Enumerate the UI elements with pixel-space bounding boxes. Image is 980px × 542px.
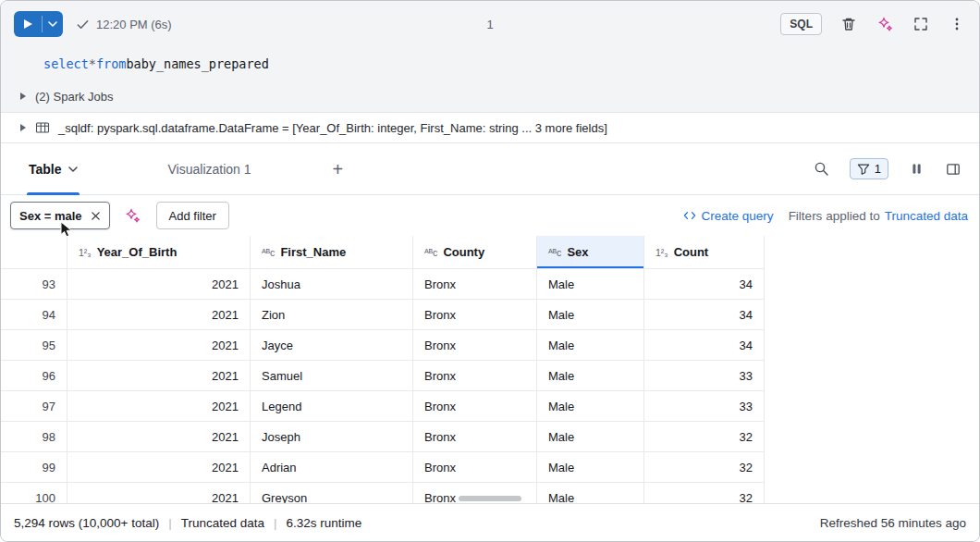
table-cell[interactable]: Zion (251, 300, 413, 330)
table-cell[interactable]: Male (537, 300, 644, 330)
row-filler (765, 361, 979, 391)
row-filler (765, 269, 979, 300)
table-cell[interactable]: 32 (644, 452, 765, 483)
search-button[interactable] (813, 160, 831, 179)
table-cell[interactable]: 33 (644, 391, 765, 422)
table-cell[interactable]: Bronx (413, 300, 537, 330)
column-header-first_name[interactable]: ᴬᴮcFirst_Name (251, 236, 413, 269)
code-brackets-icon (683, 210, 696, 221)
table-cell[interactable]: 32 (644, 422, 765, 452)
run-dropdown-button[interactable] (43, 11, 63, 37)
table-cell[interactable]: Bronx (413, 391, 537, 422)
table-cell[interactable]: Bronx (413, 361, 537, 391)
side-panel-button[interactable] (944, 160, 962, 179)
table-cell[interactable]: Joseph (251, 422, 413, 452)
search-icon (814, 161, 829, 177)
table-cell[interactable]: Jayce (251, 330, 413, 361)
column-header-label: County (443, 245, 484, 259)
play-icon[interactable] (14, 11, 42, 37)
table-cell[interactable]: 2021 (67, 391, 251, 422)
sql-editor[interactable]: select * from baby_names_prepared (1, 47, 979, 80)
row-filler (765, 422, 979, 452)
table-cell[interactable]: Male (537, 391, 644, 422)
add-filter-button[interactable]: Add filter (156, 202, 229, 229)
separator: | (274, 516, 277, 530)
filter-chip[interactable]: Sex = male (10, 202, 110, 229)
results-table: 1²₃Year_Of_BirthᴬᴮcFirst_NameᴬᴮcCountyᴬᴮ… (1, 236, 979, 503)
run-button[interactable] (14, 11, 63, 37)
add-tab-button[interactable]: + (333, 160, 344, 179)
sql-language-badge[interactable]: SQL (780, 13, 822, 35)
truncated-data-link[interactable]: Truncated data (885, 209, 968, 223)
string-type-icon: ᴬᴮc (262, 247, 275, 258)
row-filler (765, 452, 979, 483)
string-type-icon: ᴬᴮc (548, 247, 561, 258)
table-cell[interactable]: Male (537, 330, 644, 361)
column-header-county[interactable]: ᴬᴮcCounty (413, 236, 537, 269)
cell-menu-button[interactable] (948, 15, 966, 33)
table-cell[interactable]: 2021 (67, 269, 251, 300)
table-cell[interactable]: 2021 (67, 452, 251, 483)
table-cell[interactable]: Male (537, 483, 644, 503)
table-cell[interactable]: Bronx (413, 422, 537, 452)
table-cell[interactable]: 2021 (67, 330, 251, 361)
table-cell[interactable]: Greyson (251, 483, 413, 503)
row-height-button[interactable] (907, 160, 925, 179)
row-index: 96 (1, 361, 67, 391)
table-cell[interactable]: 34 (644, 330, 765, 361)
table-cell[interactable]: Male (537, 452, 644, 483)
filter-funnel-icon (857, 163, 870, 176)
kebab-menu-icon (949, 17, 964, 31)
assistant-button[interactable] (876, 15, 894, 33)
row-index: 95 (1, 330, 67, 361)
table-cell[interactable]: Bronx (413, 269, 537, 300)
table-cell[interactable]: Adrian (251, 452, 413, 483)
column-header-count[interactable]: 1²₃Count (644, 236, 765, 269)
table-cell[interactable]: Bronx (413, 330, 537, 361)
filter-bar-right: Create query Filters applied to Truncate… (683, 209, 968, 223)
table-cell[interactable]: 2021 (67, 422, 251, 452)
row-index: 93 (1, 269, 67, 300)
string-type-icon: ᴬᴮc (424, 247, 437, 258)
table-cell[interactable]: 2021 (67, 361, 251, 391)
filter-bar: Sex = male Add filter Create query Filte… (1, 195, 979, 236)
table-cell[interactable]: 34 (644, 300, 765, 330)
horizontal-scrollbar[interactable] (459, 496, 521, 501)
assistant-filter-button[interactable] (124, 206, 142, 225)
maximize-button[interactable] (912, 15, 930, 33)
table-cell[interactable]: 34 (644, 269, 765, 300)
table-cell[interactable]: Male (537, 361, 644, 391)
row-index: 99 (1, 452, 67, 483)
delete-cell-button[interactable] (839, 15, 858, 33)
table-cell[interactable]: 2021 (67, 483, 251, 503)
filter-chip-label: Sex = male (19, 209, 82, 223)
table-row: 962021SamuelBronxMale33 (1, 361, 979, 391)
filter-toggle-button[interactable]: 1 (850, 158, 888, 179)
table-row: 942021ZionBronxMale34 (1, 300, 979, 330)
spark-jobs-toggle[interactable]: (2) Spark Jobs (1, 80, 979, 112)
column-header-label: Year_Of_Birth (97, 245, 178, 259)
table-cell[interactable]: 2021 (67, 300, 251, 330)
integer-type-icon: 1²₃ (79, 247, 92, 258)
execution-timestamp: 12:20 PM (6s) (96, 18, 172, 31)
sqldf-toggle[interactable]: _sqldf: pyspark.sql.dataframe.DataFrame … (1, 112, 979, 143)
tab-table[interactable]: Table (29, 143, 78, 194)
sql-keyword: select (43, 56, 89, 71)
table-cell[interactable]: Joshua (251, 269, 413, 300)
table-cell[interactable]: 32 (644, 483, 765, 503)
table-cell[interactable]: Samuel (251, 361, 413, 391)
create-query-link[interactable]: Create query (683, 209, 774, 223)
remove-filter-button[interactable] (91, 211, 101, 221)
table-cell[interactable]: Bronx (413, 452, 537, 483)
cell-toolbar: 12:20 PM (6s) 1 SQL (1, 1, 979, 47)
table-cell[interactable]: Male (537, 422, 644, 452)
table-cell[interactable]: 33 (644, 361, 765, 391)
row-count-text: 5,294 rows (10,000+ total) (14, 516, 159, 530)
table-cell[interactable]: Male (537, 269, 644, 300)
table-cell[interactable]: Legend (251, 391, 413, 422)
expand-icon (913, 17, 928, 31)
column-header-sex[interactable]: ᴬᴮcSex (537, 236, 644, 269)
column-header-year_of_birth[interactable]: 1²₃Year_Of_Birth (67, 236, 251, 269)
filter-count-badge: 1 (875, 162, 881, 176)
tab-visualization[interactable]: Visualization 1 (168, 143, 251, 194)
